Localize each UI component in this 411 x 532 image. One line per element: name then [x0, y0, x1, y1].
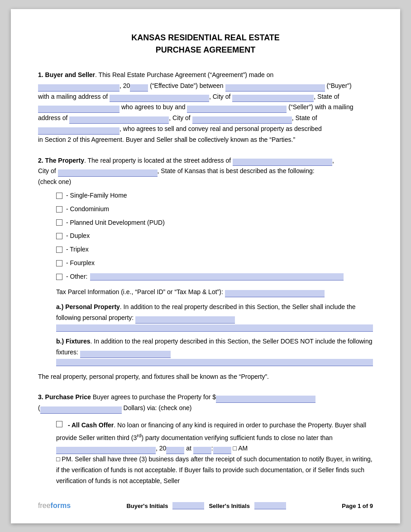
s1-label: 1. [38, 71, 43, 78]
s3-text1: Buyer agrees to purchase the Property fo… [91, 393, 216, 401]
s1-text13: , who agrees to sell and convey real and… [119, 125, 322, 132]
purchase-price-words-field[interactable] [40, 406, 122, 414]
title-line2: PURCHASE AGREEMENT [38, 44, 373, 56]
seller-state-field[interactable] [38, 127, 119, 135]
option-pud: - Planned Unit Development (PUD) [56, 218, 373, 228]
s1-text6: , City of [209, 93, 230, 100]
personal-property-field[interactable] [135, 316, 235, 324]
buyer-state-field[interactable] [38, 106, 119, 113]
s3-am: □ AM [233, 445, 248, 452]
seller-city-field[interactable] [192, 116, 292, 124]
checkbox-fourplex[interactable] [56, 260, 62, 266]
sub-a-title: Personal Property [65, 303, 120, 310]
s1-text10: address of [38, 114, 67, 121]
seller-address-field[interactable] [69, 116, 169, 124]
all-cash-offer-block: - All Cash Offer. No loan or financing o… [56, 420, 373, 486]
option-label-condominium: - Condominium [66, 204, 109, 215]
s3-label: 3. [38, 393, 43, 401]
checkbox-condominium[interactable] [56, 206, 62, 213]
sellers-initials-field[interactable] [254, 502, 286, 509]
s1-text11: , City of [169, 114, 190, 121]
s2-closing: The real property, personal property, an… [38, 373, 269, 380]
s1-text12: , State of [292, 114, 317, 121]
s2-check-label: (check one) [38, 178, 71, 185]
checkbox-pud[interactable] [56, 219, 62, 226]
section-3: 3. Purchase Price Buyer agrees to purcha… [38, 392, 373, 486]
fixtures-field[interactable] [80, 351, 171, 358]
checkbox-all-cash[interactable] [56, 421, 62, 427]
section-2: 2. The Property. The real property is lo… [38, 155, 373, 382]
option-triplex: - Triplex [56, 244, 373, 255]
other-field[interactable] [90, 273, 344, 281]
time-hour-field[interactable] [193, 447, 211, 454]
time-min-field[interactable] [213, 447, 231, 454]
s1-title: Buyer and Seller [45, 71, 96, 78]
section-1: 1. Buyer and Seller. This Real Estate Pu… [38, 70, 373, 145]
footer: freeforms Buyer's Initials Seller's Init… [38, 502, 373, 510]
property-address-field[interactable] [233, 159, 332, 166]
tax-parcel-field[interactable] [225, 290, 325, 297]
sellers-initials-label: Seller's Initials [209, 503, 250, 509]
tax-label: Tax Parcel Information (i.e., “Parcel ID… [56, 288, 223, 295]
funds-close-date-field[interactable] [56, 447, 156, 454]
s2-text2: , [332, 157, 334, 164]
sub-section-b: b.) Fixtures. In addition to the real pr… [56, 336, 373, 366]
option-label-pud: - Planned Unit Development (PUD) [66, 218, 165, 228]
buyers-initials-label: Buyer's Initials [126, 503, 168, 509]
fixtures-field2[interactable] [56, 359, 373, 366]
checkbox-triplex[interactable] [56, 247, 62, 253]
s3-sub-text3: , 20 [156, 445, 166, 452]
s3-sub-label: - [68, 421, 72, 429]
s2-label: 2. [38, 157, 43, 164]
checkbox-single-family[interactable] [56, 193, 62, 199]
s1-text14: in Section 2 of this Agreement. Buyer an… [38, 136, 295, 143]
s1-text8: who agrees to buy and [121, 103, 186, 111]
option-other: - Other: [56, 271, 373, 282]
s1-text4: (“Buyer”) [326, 82, 351, 89]
tax-parcel-row: Tax Parcel Information (i.e., “Parcel ID… [56, 287, 373, 298]
superscript-rd: rd [137, 432, 141, 438]
s3-text3: Dollars) via: (check one) [122, 404, 192, 411]
s2-title: The Property [45, 157, 84, 164]
option-label-fourplex: - Fourplex [66, 258, 95, 269]
s1-text5: with a mailing address of [38, 93, 108, 100]
brand-forms: forms [51, 502, 71, 509]
sub-b-label: b.) [56, 338, 64, 345]
seller-name-field[interactable] [187, 106, 287, 113]
document-title: KANSAS RESIDENTIAL REAL ESTATE PURCHASE … [38, 32, 373, 56]
buyer-address-field[interactable] [110, 95, 209, 102]
option-duplex: - Duplex [56, 231, 373, 242]
s1-text7: , State of [314, 93, 339, 100]
option-single-family: - Single-Family Home [56, 190, 373, 201]
buyer-name-field[interactable] [225, 84, 325, 92]
personal-property-field2[interactable] [56, 324, 373, 332]
checkbox-other[interactable] [56, 274, 62, 280]
option-label-other: - Other: [66, 271, 87, 282]
checkbox-duplex[interactable] [56, 233, 62, 239]
year2-field[interactable] [166, 447, 184, 454]
s3-title: Purchase Price [45, 393, 91, 401]
option-fourplex: - Fourplex [56, 258, 373, 269]
property-city-field[interactable] [58, 169, 158, 177]
year-field[interactable] [130, 84, 148, 92]
footer-initials: Buyer's Initials Seller's Initials [126, 502, 286, 509]
effective-date-field[interactable] [38, 84, 119, 92]
s3-sub-text2: ) party documentation verifying sufficie… [142, 434, 333, 441]
option-label-duplex: - Duplex [66, 231, 90, 242]
s1-text3: (“Effective Date”) between [148, 82, 223, 89]
brand-free: free [38, 502, 51, 509]
s2-text3: City of [38, 167, 56, 174]
purchase-price-field[interactable] [216, 396, 315, 403]
buyer-city-field[interactable] [232, 95, 314, 102]
document-page: KANSAS RESIDENTIAL REAL ESTATE PURCHASE … [11, 9, 400, 523]
title-line1: KANSAS RESIDENTIAL REAL ESTATE [38, 32, 373, 44]
s3-sub-title: All Cash Offer [72, 421, 114, 429]
page-number: Page 1 of 9 [342, 503, 373, 509]
s1-text9: (“Seller”) with a mailing [288, 103, 353, 111]
buyers-initials-field[interactable] [172, 502, 204, 509]
option-label-single-family: - Single-Family Home [66, 190, 127, 201]
s2-text1: . The real property is located at the st… [84, 157, 231, 164]
s3-sub-text4: at [184, 445, 191, 452]
sub-a-label: a.) [56, 303, 63, 310]
sub-b-title: Fixtures [66, 338, 90, 345]
